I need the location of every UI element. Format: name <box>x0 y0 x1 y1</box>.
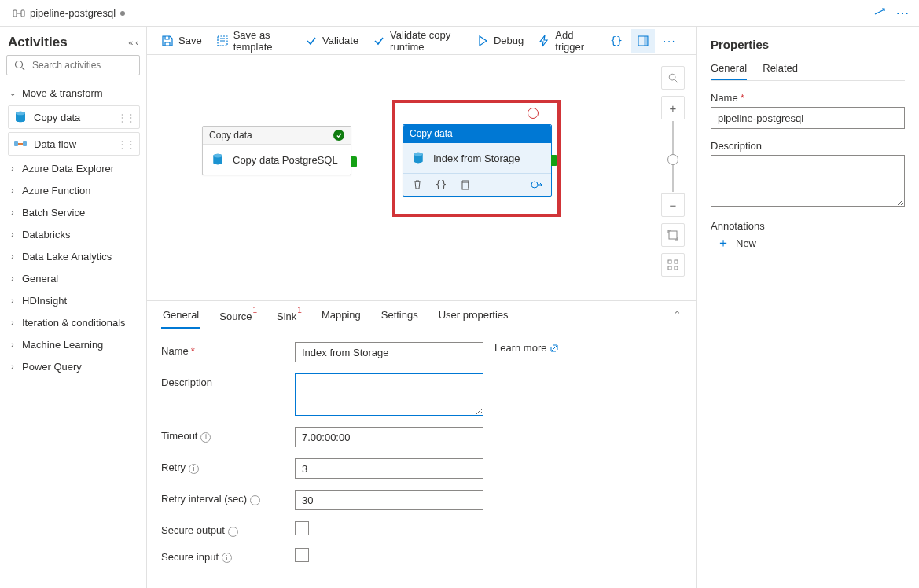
check-icon <box>373 35 385 47</box>
copy-icon[interactable] <box>458 178 471 191</box>
canvas-node[interactable]: Copy data Copy data PostgreSQL <box>202 126 351 175</box>
chevron-right-icon: › <box>8 186 17 195</box>
pipeline-icon <box>13 7 25 20</box>
group-azure-function[interactable]: ›Azure Function <box>6 179 140 201</box>
collapse-properties-icon[interactable]: ⌃ <box>673 301 682 329</box>
play-icon <box>476 35 489 47</box>
props-tab-related[interactable]: Related <box>763 57 798 80</box>
status-ok-icon <box>333 130 344 141</box>
output-port[interactable] <box>351 156 357 167</box>
timeout-input[interactable] <box>295 427 483 447</box>
activity-description-input[interactable] <box>295 373 483 416</box>
canvas-zoom-controls: + − <box>661 66 685 277</box>
activity-name-input[interactable] <box>295 342 483 362</box>
pipeline-description-input[interactable] <box>711 155 905 207</box>
chevron-right-icon: › <box>8 362 17 371</box>
tab-source[interactable]: Source1 <box>218 301 258 329</box>
tab-mapping[interactable]: Mapping <box>320 301 362 329</box>
properties-toggle-button[interactable] <box>631 29 655 53</box>
chevron-right-icon: › <box>8 230 17 239</box>
node-label: Copy data PostgreSQL <box>233 154 338 166</box>
retry-interval-input[interactable] <box>295 490 483 510</box>
retry-input[interactable] <box>295 458 483 479</box>
group-azure-data-explorer[interactable]: ›Azure Data Explorer <box>6 157 140 179</box>
zoom-out-button[interactable]: − <box>661 193 685 217</box>
pipeline-canvas[interactable]: Copy data Copy data PostgreSQL <box>147 55 696 300</box>
add-annotation-button[interactable]: ＋ New <box>717 235 905 252</box>
editor-tab-title: pipeline-postgresql <box>30 7 116 19</box>
search-icon <box>13 59 26 72</box>
group-hdinsight[interactable]: ›HDInsight <box>6 289 140 311</box>
database-icon <box>411 151 425 165</box>
validate-button[interactable]: Validate <box>305 35 358 47</box>
info-icon[interactable]: i <box>189 464 199 474</box>
secure-input-checkbox[interactable] <box>295 548 309 562</box>
tab-user-properties[interactable]: User properties <box>437 301 510 329</box>
info-icon[interactable]: i <box>200 432 211 443</box>
zoom-search-button[interactable] <box>661 66 685 90</box>
search-input[interactable] <box>31 59 152 72</box>
group-machine-learning[interactable]: ›Machine Learning <box>6 333 140 355</box>
search-activities[interactable] <box>6 55 140 75</box>
props-tab-general[interactable]: General <box>711 57 747 80</box>
group-general[interactable]: ›General <box>6 267 140 289</box>
debug-button[interactable]: Debug <box>476 35 524 47</box>
save-template-button[interactable]: Save as template <box>216 29 291 53</box>
tab-sink[interactable]: Sink1 <box>275 301 303 329</box>
zoom-fit-button[interactable] <box>661 223 685 247</box>
info-icon[interactable]: i <box>250 495 260 505</box>
maximize-icon[interactable] <box>873 7 886 20</box>
run-icon[interactable] <box>531 178 543 191</box>
code-view-button[interactable]: {} <box>605 29 628 53</box>
drag-handle-icon: ⋮⋮ <box>117 112 134 123</box>
svg-rect-21 <box>675 266 678 270</box>
svg-point-13 <box>414 153 422 156</box>
dirty-indicator-icon <box>120 11 125 16</box>
group-batch-service[interactable]: ›Batch Service <box>6 201 140 223</box>
group-power-query[interactable]: ›Power Query <box>6 355 140 377</box>
database-icon <box>211 153 225 167</box>
group-data-lake-analytics[interactable]: ›Data Lake Analytics <box>6 245 140 267</box>
add-trigger-button[interactable]: Add trigger <box>538 29 590 53</box>
save-icon <box>161 35 174 47</box>
activity-tabs: GeneralSource1Sink1MappingSettingsUser p… <box>147 301 696 329</box>
svg-rect-18 <box>668 260 671 263</box>
save-button[interactable]: Save <box>161 35 202 47</box>
activity-properties: GeneralSource1Sink1MappingSettingsUser p… <box>147 300 696 588</box>
toolbar-more-button[interactable]: ··· <box>658 29 682 53</box>
code-icon[interactable]: {} <box>435 178 447 191</box>
pipeline-toolbar: Save Save as template Validate Validate … <box>147 27 696 55</box>
dataflow-icon <box>13 137 28 151</box>
activity-data-flow[interactable]: Data flow ⋮⋮ <box>8 132 140 156</box>
delete-icon[interactable] <box>411 178 424 191</box>
chevron-down-icon: ⌄ <box>8 89 17 97</box>
group-move-transform[interactable]: ⌄ Move & transform <box>6 82 140 104</box>
chevron-right-icon: › <box>8 296 17 305</box>
validate-copy-button[interactable]: Validate copy runtime <box>373 29 462 53</box>
chevron-right-icon: › <box>8 208 17 217</box>
svg-rect-5 <box>14 141 18 146</box>
zoom-slider[interactable] <box>672 121 674 192</box>
info-icon[interactable]: i <box>222 553 232 563</box>
group-databricks[interactable]: ›Databricks <box>6 223 140 245</box>
learn-more-link[interactable]: Learn more <box>494 342 559 354</box>
more-icon[interactable]: ··· <box>897 7 910 20</box>
output-port[interactable] <box>551 155 557 166</box>
editor-tab[interactable]: pipeline-postgresql <box>5 4 134 23</box>
collapse-panel-icon[interactable]: « ‹ <box>128 38 138 47</box>
secure-output-checkbox[interactable] <box>295 521 309 535</box>
svg-rect-17 <box>669 231 677 239</box>
svg-rect-9 <box>644 36 648 46</box>
tab-general[interactable]: General <box>161 301 200 329</box>
chevron-right-icon: › <box>8 340 17 349</box>
info-icon[interactable]: i <box>228 527 238 537</box>
activity-copy-data[interactable]: Copy data ⋮⋮ <box>8 105 140 129</box>
zoom-layout-button[interactable] <box>661 253 685 277</box>
zoom-in-button[interactable]: + <box>661 96 685 119</box>
canvas-node-selected[interactable]: Copy data Index from Storage {} <box>403 124 552 197</box>
database-icon <box>13 110 28 124</box>
tab-settings[interactable]: Settings <box>380 301 420 329</box>
group-iteration-conditionals[interactable]: ›Iteration & conditionals <box>6 311 140 333</box>
drag-handle-icon: ⋮⋮ <box>117 138 134 150</box>
pipeline-name-input[interactable] <box>711 107 905 129</box>
